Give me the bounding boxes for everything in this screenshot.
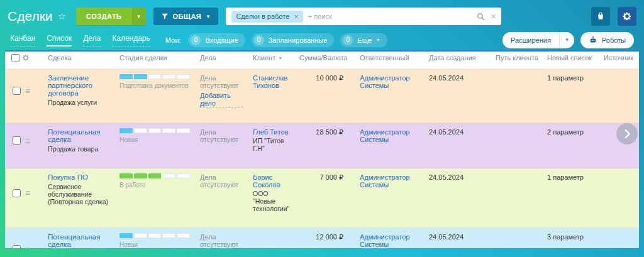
table-row[interactable]: ≡ Покупка ПО Сервисное обслуживание (Пов… (5, 168, 639, 228)
deal-name-link[interactable]: Потенциальная сделка (48, 233, 109, 248)
counter-label: Входящие (205, 36, 238, 44)
row-menu-icon[interactable]: ≡ (25, 245, 30, 249)
stage-cell: В работе (113, 168, 194, 217)
favorite-star-icon[interactable]: ☆ (58, 11, 66, 22)
responsible-link[interactable]: Администратор Системы (360, 128, 409, 143)
table-row[interactable]: ≡ Потенциальная сделка Продажа товара Но… (5, 123, 639, 168)
row-checkbox[interactable] (13, 245, 21, 248)
table-row[interactable]: ≡ Заключение партнерского договора Прода… (5, 69, 639, 123)
column-header-deal[interactable]: Сделка (42, 54, 113, 62)
robots-button[interactable]: Роботы (580, 32, 634, 48)
activities-status: Дела отсутствуют (200, 74, 243, 89)
table-header-row: Сделка Стадия сделки Дела Клиент ▼ Сумма… (5, 52, 639, 69)
search-filter-chip[interactable]: Сделки в работе × (231, 11, 303, 23)
new-list-cell: 2 параметр (541, 123, 597, 158)
column-header-responsible[interactable]: Ответственный (353, 54, 423, 62)
column-header-amount[interactable]: Сумма/Валюта (293, 54, 353, 62)
client-link[interactable]: Глеб Титов (253, 128, 288, 136)
settings-button[interactable] (618, 7, 636, 26)
client-company: ИП "Титов Г.Н" (253, 137, 289, 152)
amount-cell: 18 500 ₽ (293, 123, 353, 158)
row-select-cell: ≡ (5, 123, 42, 158)
counter-badge: 0 (343, 35, 353, 45)
new-list-cell: 1 параметр (541, 69, 597, 112)
stage-progress-bar[interactable] (119, 74, 190, 79)
search-filter-chip-label: Сделки в работе (236, 13, 289, 20)
activities-status: Дела отсутствуют (200, 173, 243, 189)
client-link[interactable]: Борис Соколов (253, 173, 280, 189)
column-header-activities[interactable]: Дела (194, 54, 247, 62)
tab-calendar[interactable]: Календарь (112, 34, 150, 46)
responsible-link[interactable]: Администратор Системы (360, 74, 409, 89)
row-menu-icon[interactable]: ≡ (25, 87, 30, 96)
stage-progress-bar[interactable] (119, 173, 190, 178)
extensions-button[interactable]: Расширения ▼ (502, 32, 574, 48)
table-row[interactable]: ≡ Потенциальная сделка Комплексная прода… (5, 228, 639, 248)
robots-label: Роботы (602, 36, 626, 44)
row-menu-icon[interactable]: ≡ (25, 189, 30, 197)
amount-cell: 10 000 ₽ (293, 69, 353, 112)
extensions-caret-icon[interactable]: ▼ (559, 32, 574, 48)
stage-label: В работе (119, 182, 190, 189)
deal-name-link[interactable]: Потенциальная сделка (48, 128, 109, 143)
client-cell (247, 228, 293, 248)
slider-next-arrow-button[interactable] (616, 123, 638, 145)
client-company: ООО "Новые технологии" (253, 190, 289, 212)
row-menu-icon[interactable]: ≡ (25, 136, 30, 145)
activities-cell: Дела отсутствуют (194, 228, 247, 248)
grid-panel: Сделка Стадия сделки Дела Клиент ▼ Сумма… (5, 50, 639, 248)
column-header-stage[interactable]: Стадия сделки (113, 54, 194, 62)
responsible-link[interactable]: Администратор Системы (360, 233, 409, 248)
search-placeholder: + поиск (308, 13, 332, 20)
row-checkbox[interactable] (13, 87, 21, 95)
row-checkbox[interactable] (13, 189, 21, 197)
gear-icon (622, 11, 632, 21)
tab-list[interactable]: Список (47, 34, 72, 46)
column-header-created[interactable]: Дата создания (423, 54, 489, 62)
activities-cell: Дела отсутствуют (194, 123, 247, 158)
filler-cell (5, 158, 42, 168)
title-wrap: Сделки ☆ (8, 9, 66, 24)
counter-pill-incoming[interactable]: 0 Входящие (188, 33, 245, 47)
top-header: Сделки ☆ СОЗДАТЬ ▼ ОБЩАЯ ▼ Сделки в рабо… (0, 3, 644, 30)
search-icon[interactable] (476, 12, 486, 21)
create-dropdown-caret-icon[interactable]: ▼ (132, 8, 146, 25)
header-select-cell (5, 54, 42, 62)
create-button[interactable]: СОЗДАТЬ ▼ (76, 8, 145, 25)
tab-activities[interactable]: Дела (83, 34, 101, 46)
stage-cell: Подготовка документов (113, 69, 194, 112)
new-list-cell: 3 параметр (541, 228, 597, 248)
row-checkbox[interactable] (13, 136, 21, 145)
grid-settings-gear-icon[interactable] (22, 54, 30, 62)
chip-remove-icon[interactable]: × (294, 13, 299, 21)
select-all-checkbox[interactable] (11, 54, 19, 62)
deal-type: Продажа товара (48, 145, 109, 153)
deal-name-link[interactable]: Покупка ПО (48, 173, 109, 181)
responsible-link[interactable]: Администратор Системы (360, 173, 409, 189)
counter-pill-planned[interactable]: 0 Запланированные (252, 33, 335, 47)
column-header-client-label: Клиент (253, 54, 275, 62)
tab-kanban[interactable]: Канбан (10, 34, 35, 46)
amount-cell: 7 000 ₽ (293, 168, 353, 217)
search-clear-icon[interactable]: × (491, 12, 496, 21)
deal-cell: Потенциальная сделка Комплексная продажа (42, 228, 113, 248)
search-bar[interactable]: Сделки в работе × + поиск × (226, 8, 501, 25)
column-header-source[interactable]: Источник (597, 54, 639, 62)
counter-more-caret-icon: ▼ (376, 38, 380, 42)
column-header-client[interactable]: Клиент ▼ (247, 54, 293, 62)
market-button[interactable] (591, 7, 610, 26)
filter-button[interactable]: ОБЩАЯ ▼ (153, 8, 219, 25)
deal-name-link[interactable]: Заключение партнерского договора (48, 74, 109, 97)
client-link[interactable]: Станислав Тихонов (253, 74, 287, 89)
add-activity-link[interactable]: Добавить дело (200, 92, 243, 107)
source-cell (597, 168, 639, 217)
amount-cell: 12 000 ₽ (293, 228, 353, 248)
filter-button-label: ОБЩАЯ (173, 13, 202, 20)
activities-cell: Дела отсутствуют (194, 168, 247, 217)
new-list-cell: 1 параметр (541, 168, 597, 217)
counter-pill-more[interactable]: 0 Ещё ▼ (340, 33, 387, 47)
column-header-new-list[interactable]: Новый список (541, 54, 597, 62)
column-header-client-path[interactable]: Путь клиента (489, 54, 541, 62)
stage-progress-bar[interactable] (119, 128, 190, 133)
stage-progress-bar[interactable] (119, 233, 190, 238)
